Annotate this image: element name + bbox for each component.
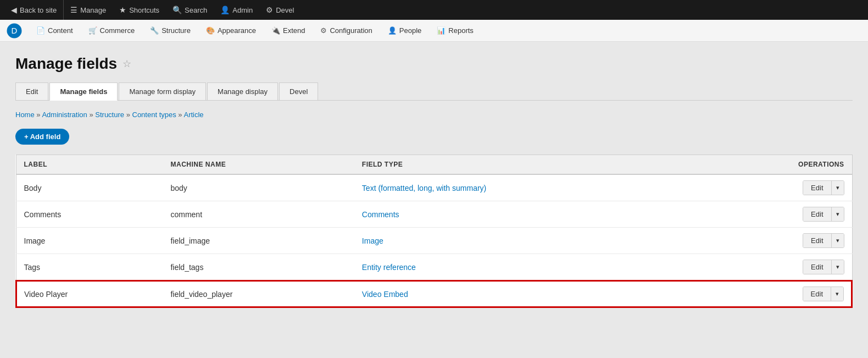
search-menu[interactable]: 🔍 Search [166, 0, 214, 20]
field-label: Comments [16, 201, 163, 228]
column-machine-name: MACHINE NAME [163, 155, 354, 175]
gear-icon: ⚙ [266, 5, 273, 14]
field-type: Image [354, 228, 700, 254]
field-type-link[interactable]: Video Embed [362, 290, 408, 299]
nav-structure[interactable]: 🔧 Structure [142, 20, 198, 41]
reports-icon: 📊 [437, 26, 446, 35]
nav-people[interactable]: 👤 People [380, 20, 429, 41]
add-field-button[interactable]: + Add field [15, 129, 69, 145]
table-row: Tagsfield_tagsEntity referenceEdit▾ [16, 254, 852, 281]
field-machine-name: field_tags [163, 254, 354, 281]
devel-menu[interactable]: ⚙ Devel [259, 0, 301, 20]
operations-cell: Edit▾ [700, 254, 852, 281]
column-label: LABEL [16, 155, 163, 175]
edit-button-group: Edit▾ [803, 287, 844, 301]
field-label: Body [16, 174, 163, 201]
bookmark-icon[interactable]: ☆ [123, 58, 131, 70]
field-machine-name: body [163, 174, 354, 201]
menu-icon: ☰ [70, 5, 77, 14]
star-nav-icon: ★ [119, 5, 126, 14]
fields-table: LABEL MACHINE NAME FIELD TYPE OPERATIONS… [15, 155, 853, 308]
content-icon: 📄 [36, 26, 45, 35]
tab-manage-display[interactable]: Manage display [207, 82, 278, 100]
field-label: Tags [16, 254, 163, 281]
page-title: Manage fields [15, 55, 117, 73]
field-type-link[interactable]: Text (formatted, long, with summary) [362, 184, 486, 192]
nav-appearance[interactable]: 🎨 Appearance [198, 20, 264, 41]
svg-text:D: D [12, 26, 18, 35]
table-header-row: LABEL MACHINE NAME FIELD TYPE OPERATIONS [16, 155, 852, 175]
nav-reports[interactable]: 📊 Reports [429, 20, 481, 41]
dropdown-button[interactable]: ▾ [831, 287, 843, 301]
operations-cell: Edit▾ [700, 201, 852, 228]
tab-devel[interactable]: Devel [279, 82, 318, 100]
edit-button-group: Edit▾ [803, 207, 844, 222]
edit-button-group: Edit▾ [803, 233, 844, 248]
table-row: CommentscommentCommentsEdit▾ [16, 201, 852, 228]
tab-manage-form-display[interactable]: Manage form display [119, 82, 206, 100]
field-type: Entity reference [354, 254, 700, 281]
field-type-link[interactable]: Comments [362, 210, 399, 219]
edit-button[interactable]: Edit [803, 260, 831, 274]
nav-content[interactable]: 📄 Content [29, 20, 81, 41]
structure-icon: 🔧 [150, 26, 159, 35]
field-type-link[interactable]: Entity reference [362, 263, 416, 272]
breadcrumb: Home » Administration » Structure » Cont… [15, 111, 853, 119]
nav-extend[interactable]: 🔌 Extend [264, 20, 313, 41]
page-content: Manage fields ☆ Edit Manage fields Manag… [0, 42, 868, 358]
edit-button[interactable]: Edit [803, 181, 831, 195]
dropdown-button[interactable]: ▾ [831, 181, 844, 195]
search-icon: 🔍 [173, 5, 182, 14]
field-type-link[interactable]: Image [362, 236, 383, 245]
field-label: Video Player [16, 280, 163, 307]
breadcrumb-content-types[interactable]: Content types [132, 111, 176, 119]
field-type: Text (formatted, long, with summary) [354, 174, 700, 201]
operations-cell: Edit▾ [700, 174, 852, 201]
nav-commerce[interactable]: 🛒 Commerce [81, 20, 143, 41]
table-row: BodybodyText (formatted, long, with summ… [16, 174, 852, 201]
tabs: Edit Manage fields Manage form display M… [15, 82, 853, 101]
field-type: Comments [354, 201, 700, 228]
table-row: Video Playerfield_video_playerVideo Embe… [16, 280, 852, 307]
manage-menu[interactable]: ☰ Manage [64, 0, 113, 20]
page-title-row: Manage fields ☆ [15, 55, 853, 73]
operations-cell: Edit▾ [700, 280, 852, 307]
field-machine-name: field_image [163, 228, 354, 254]
edit-button[interactable]: Edit [803, 234, 831, 247]
column-field-type: FIELD TYPE [354, 155, 700, 175]
field-machine-name: field_video_player [163, 280, 354, 307]
dropdown-button[interactable]: ▾ [831, 207, 844, 221]
field-label: Image [16, 228, 163, 254]
edit-button-group: Edit▾ [803, 180, 844, 195]
breadcrumb-article[interactable]: Article [183, 111, 203, 119]
column-operations: OPERATIONS [700, 155, 852, 175]
edit-button-group: Edit▾ [803, 260, 844, 274]
breadcrumb-home[interactable]: Home [15, 111, 35, 119]
nav-configuration[interactable]: ⚙ Configuration [313, 20, 380, 41]
admin-bar: ◀ Back to site ☰ Manage ★ Shortcuts 🔍 Se… [0, 0, 868, 20]
user-icon: 👤 [220, 5, 230, 14]
extend-icon: 🔌 [271, 26, 280, 35]
back-to-site[interactable]: ◀ Back to site [4, 0, 64, 20]
field-machine-name: comment [163, 201, 354, 228]
tab-manage-fields[interactable]: Manage fields [49, 82, 118, 101]
back-arrow-icon: ◀ [11, 5, 17, 14]
edit-button[interactable]: Edit [803, 207, 831, 221]
people-icon: 👤 [388, 26, 397, 35]
shortcuts-menu[interactable]: ★ Shortcuts [113, 0, 166, 20]
table-row: Imagefield_imageImageEdit▾ [16, 228, 852, 254]
dropdown-button[interactable]: ▾ [831, 234, 844, 247]
commerce-icon: 🛒 [88, 26, 97, 35]
configuration-icon: ⚙ [320, 26, 327, 35]
appearance-icon: 🎨 [206, 26, 215, 35]
breadcrumb-structure[interactable]: Structure [95, 111, 124, 119]
field-type: Video Embed [354, 280, 700, 307]
drupal-logo[interactable]: D [4, 21, 24, 41]
breadcrumb-administration[interactable]: Administration [42, 111, 87, 119]
dropdown-button[interactable]: ▾ [831, 260, 844, 274]
admin-menu[interactable]: 👤 Admin [214, 0, 259, 20]
operations-cell: Edit▾ [700, 228, 852, 254]
secondary-nav: D 📄 Content 🛒 Commerce 🔧 Structure 🎨 App… [0, 20, 868, 42]
tab-edit[interactable]: Edit [15, 82, 48, 100]
edit-button[interactable]: Edit [803, 287, 831, 301]
